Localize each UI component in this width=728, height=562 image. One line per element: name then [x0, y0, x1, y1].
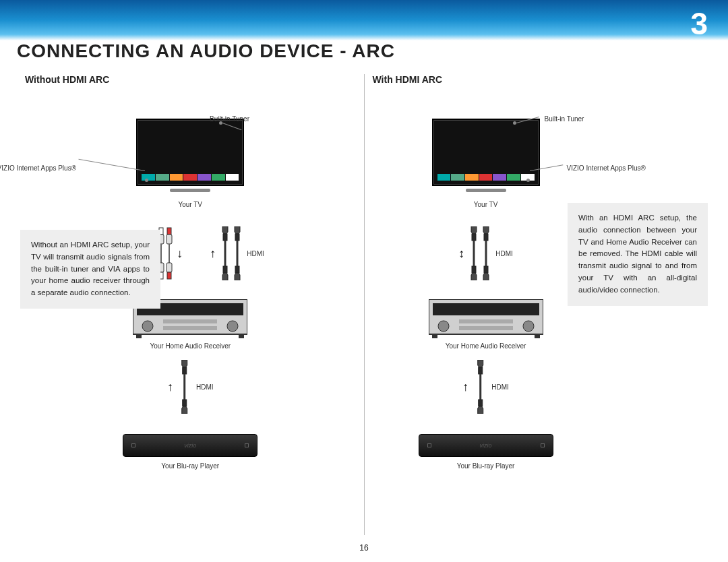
arrow-up-icon: ↑ — [462, 380, 468, 394]
tv-device — [432, 119, 540, 192]
subheading-with: With HDMI ARC — [365, 74, 712, 85]
hdmi-label-bottom: HDMI — [196, 383, 214, 391]
svg-rect-39 — [432, 334, 437, 338]
svg-rect-38 — [459, 326, 513, 330]
svg-rect-40 — [535, 334, 540, 338]
tuner-label: Built-in Tuner — [210, 115, 249, 123]
header-gradient — [0, 0, 728, 40]
tv-device — [136, 119, 244, 192]
svg-rect-3 — [166, 235, 172, 244]
bluray-device: vizio — [123, 434, 257, 457]
bluray-label: Your Blu-ray Player — [457, 462, 515, 470]
svg-rect-29 — [472, 266, 476, 273]
column-without-arc: Without HDMI ARC Built-in Tuner VIZIO In… — [17, 74, 364, 535]
svg-rect-32 — [484, 266, 488, 273]
hdmi-label-top: HDMI — [247, 250, 264, 257]
hdmi-label-top: HDMI — [495, 250, 513, 257]
svg-rect-12 — [223, 266, 227, 273]
arrow-updown-icon: ↕ — [458, 247, 464, 261]
arrow-up-icon: ↑ — [210, 247, 216, 261]
info-box-without: Without an HDMI ARC setup, your TV will … — [20, 230, 160, 309]
chapter-number: 3 — [690, 5, 708, 42]
receiver-label: Your Home Audio Receiver — [446, 342, 526, 350]
svg-rect-41 — [478, 367, 482, 374]
svg-rect-30 — [484, 234, 488, 241]
receiver-label: Your Home Audio Receiver — [150, 342, 231, 350]
hdmi-cable-bottom: ↑ HDMI — [462, 360, 509, 414]
svg-rect-22 — [136, 334, 142, 338]
column-with-arc: With HDMI ARC Built-in Tuner VIZIO Inter… — [365, 74, 712, 535]
page-title: CONNECTING AN AUDIO DEVICE - ARC — [17, 40, 395, 62]
hdmi-cable-icon — [468, 226, 491, 280]
svg-rect-21 — [163, 326, 217, 330]
hdmi-cable-bottom: ↑ HDMI — [167, 360, 214, 414]
subheading-without: Without HDMI ARC — [17, 74, 364, 85]
apps-label: VIZIO Internet Apps Plus® — [0, 164, 76, 172]
svg-point-18 — [142, 321, 153, 332]
svg-rect-15 — [235, 266, 239, 273]
tv-label: Your TV — [178, 201, 202, 208]
apps-label: VIZIO Internet Apps Plus® — [567, 164, 646, 172]
svg-rect-13 — [235, 234, 239, 241]
receiver-device — [429, 299, 543, 340]
apps-bar — [142, 174, 239, 181]
svg-point-36 — [523, 321, 534, 332]
svg-rect-20 — [163, 319, 217, 323]
svg-rect-9 — [167, 272, 171, 279]
svg-rect-24 — [183, 367, 187, 374]
svg-point-35 — [438, 321, 449, 332]
svg-rect-10 — [223, 234, 227, 241]
tv-screen — [136, 119, 244, 186]
svg-rect-7 — [166, 263, 172, 272]
bluray-label: Your Blu-ray Player — [161, 462, 219, 470]
svg-rect-43 — [478, 400, 482, 406]
apps-bar — [437, 174, 535, 181]
svg-rect-37 — [459, 319, 513, 323]
tv-screen — [432, 119, 540, 186]
hdmi-label-bottom: HDMI — [491, 383, 509, 391]
svg-rect-23 — [239, 334, 244, 338]
svg-rect-34 — [433, 303, 539, 315]
tv-label: Your TV — [474, 201, 498, 208]
cables-top: ↕ — [419, 216, 553, 290]
svg-rect-26 — [183, 400, 187, 406]
hdmi-cable-icon — [220, 226, 243, 280]
bluray-device: vizio — [419, 434, 553, 457]
svg-point-19 — [227, 321, 238, 332]
info-box-with: With an HDMI ARC setup, the audio connec… — [568, 203, 708, 306]
arrow-up-icon: ↑ — [167, 380, 173, 394]
content-columns: Without HDMI ARC Built-in Tuner VIZIO In… — [17, 74, 711, 535]
svg-rect-1 — [167, 228, 171, 235]
svg-rect-27 — [472, 234, 476, 241]
arrow-down-icon: ↓ — [177, 247, 183, 261]
tuner-label: Built-in Tuner — [545, 115, 584, 123]
page-number: 16 — [359, 543, 368, 553]
